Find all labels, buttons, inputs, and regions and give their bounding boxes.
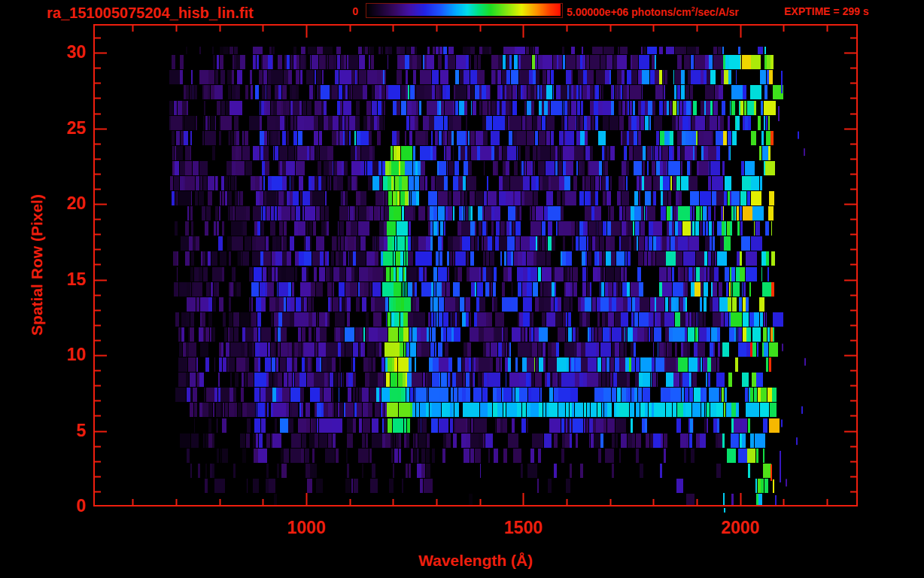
data-spark-below-axis — [724, 508, 725, 513]
y-axis-label: Spatial Row (Pixel) — [28, 194, 46, 336]
colorbar-min-label: 0 — [340, 5, 358, 17]
plot-frame — [93, 24, 858, 507]
y-tick-label: 10 — [2, 345, 86, 365]
colorbar-max-label: 5.00000e+06 photons/cm2/sec/A/sr — [567, 5, 739, 18]
colorbar-gradient — [366, 4, 561, 16]
x-tick-label: 1500 — [478, 518, 568, 538]
x-axis-label: Wavelength (Å) — [325, 552, 626, 570]
spectrogram-canvas[interactable] — [95, 26, 856, 505]
y-tick-label: 5 — [2, 421, 86, 441]
y-tick-label: 15 — [2, 269, 86, 290]
colorbar — [366, 3, 563, 18]
y-tick-label: 30 — [2, 42, 86, 62]
y-tick-label: 0 — [2, 496, 86, 516]
spectral-image-viewer: ra_151005075204_hisb_lin.fit 0 5.00000e+… — [0, 0, 924, 578]
filename-title: ra_151005075204_hisb_lin.fit — [47, 5, 254, 22]
colorbar-max-value: 5.00000e+06 photons/cm — [567, 6, 691, 18]
y-tick-label: 25 — [2, 118, 86, 138]
exptime-label: EXPTIME = 299 s — [784, 5, 868, 17]
x-tick-label: 2000 — [695, 518, 786, 538]
y-tick-label: 20 — [2, 193, 86, 214]
colorbar-units-suffix: /sec/A/sr — [695, 6, 738, 18]
x-tick-label: 1000 — [261, 518, 351, 538]
